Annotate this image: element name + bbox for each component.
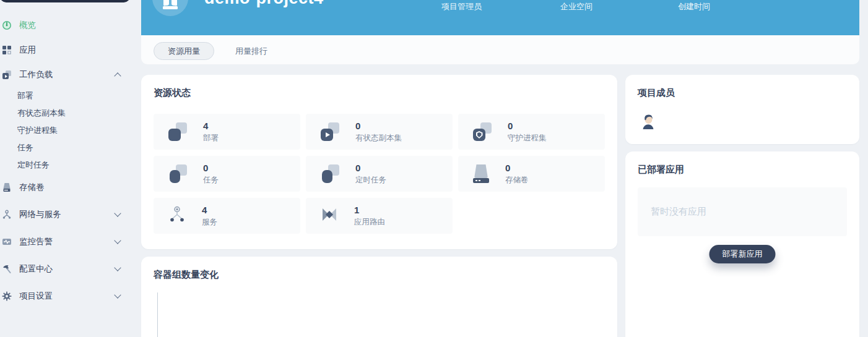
job-icon (168, 164, 187, 183)
stat-label: 存储卷 (505, 175, 529, 186)
storage-icon (2, 182, 12, 192)
stat-value: 0 (508, 121, 547, 131)
stat-label: 部署 (203, 133, 219, 143)
sidebar-item-label: 网络与服务 (19, 209, 61, 220)
chevron-down-icon (114, 264, 121, 271)
sidebar-subitem-label: 有状态副本集 (17, 108, 66, 119)
sidebar-item-daemonsets[interactable]: 守护进程集 (0, 122, 141, 139)
pods-chart-card: 容器组数量变化 (141, 257, 617, 337)
sidebar-item-apps[interactable]: 应用 (0, 38, 141, 62)
chevron-down-icon (114, 291, 121, 298)
network-icon (2, 210, 12, 220)
stat-value: 0 (355, 121, 402, 131)
chart-y-axis (157, 292, 158, 337)
page-title: demo-project4 (204, 0, 324, 8)
statefulset-icon (321, 122, 339, 141)
sidebar-item-workloads[interactable]: 工作负载 (0, 62, 141, 87)
stat-value: 0 (203, 163, 219, 173)
stat-label: 应用路由 (354, 217, 385, 228)
resource-status-title: 资源状态 (154, 87, 191, 99)
stat-label: 服务 (202, 217, 217, 228)
resource-stats-grid: 4 部署 0 有状态副本集 0 守护进程集 0 任务 (154, 114, 605, 234)
sidebar-nav: 概览 应用 工作负载 部署 有状态副本集 守护进程集 任务 定时任务 (0, 13, 141, 310)
tab-resource-usage[interactable]: 资源用量 (154, 42, 214, 60)
workspace-label: 企业空间 (560, 1, 592, 12)
deployment-icon (168, 122, 187, 141)
sidebar-item-network[interactable]: 网络与服务 (0, 201, 141, 228)
pods-chart-title: 容器组数量变化 (154, 269, 219, 281)
stat-label: 任务 (203, 175, 219, 186)
chevron-down-icon (114, 237, 121, 244)
stat-value: 4 (203, 121, 219, 131)
creation-time-label: 创建时间 (678, 1, 710, 12)
stat-tile-jobs[interactable]: 0 任务 (154, 156, 300, 192)
stat-value: 1 (354, 205, 385, 215)
project-icon (163, 0, 178, 9)
sidebar-item-label: 配置中心 (19, 263, 53, 275)
workloads-submenu: 部署 有状态副本集 守护进程集 任务 定时任务 (0, 87, 141, 174)
resource-status-card: 资源状态 4 部署 0 有状态副本集 0 守护进程集 (141, 75, 617, 249)
monitoring-icon (2, 237, 12, 247)
stat-label: 定时任务 (355, 175, 386, 186)
sidebar-item-cronjobs[interactable]: 定时任务 (0, 156, 141, 174)
chevron-up-icon (114, 72, 121, 79)
project-admin-label: 项目管理员 (441, 1, 482, 12)
stat-tile-volumes[interactable]: 0 存储卷 (458, 156, 605, 192)
sidebar-subitem-label: 定时任务 (17, 160, 50, 171)
deployed-apps-card: 已部署应用 暂时没有应用 部署新应用 (625, 151, 859, 337)
sidebar-item-label: 项目设置 (19, 291, 53, 302)
sidebar-item-jobs[interactable]: 任务 (0, 139, 141, 156)
project-members-title: 项目成员 (638, 87, 675, 99)
deploy-new-app-button[interactable]: 部署新应用 (710, 245, 776, 263)
sidebar-item-label: 监控告警 (19, 236, 53, 247)
stat-label: 守护进程集 (508, 133, 547, 143)
daemonset-icon (473, 122, 492, 141)
sidebar-subitem-label: 任务 (17, 142, 33, 153)
stat-tile-ingresses[interactable]: 1 应用路由 (306, 198, 453, 234)
tab-bar: 资源用量 用量排行 (141, 35, 859, 64)
stat-tile-cronjobs[interactable]: 0 定时任务 (306, 156, 453, 192)
project-members-card: 项目成员 (625, 75, 859, 144)
stat-tile-services[interactable]: 4 服务 (154, 198, 300, 234)
sidebar-item-monitoring[interactable]: 监控告警 (0, 228, 141, 255)
stat-tile-daemonsets[interactable]: 0 守护进程集 (458, 114, 605, 150)
sidebar-subitem-label: 守护进程集 (17, 125, 58, 136)
member-avatar[interactable] (641, 113, 655, 129)
sidebar-subitem-label: 部署 (17, 90, 33, 101)
ingress-icon (321, 206, 338, 226)
service-icon (168, 205, 186, 226)
workload-icon (2, 70, 12, 80)
project-avatar (152, 0, 188, 16)
stat-value: 4 (202, 205, 217, 215)
stat-value: 0 (505, 163, 529, 173)
stat-label: 有状态副本集 (355, 133, 402, 143)
sidebar-item-configuration[interactable]: 配置中心 (0, 255, 141, 283)
sidebar-item-label: 工作负载 (19, 69, 53, 80)
sidebar-item-volumes[interactable]: 存储卷 (0, 174, 141, 201)
sidebar-item-label: 应用 (19, 45, 36, 56)
deployed-apps-empty-state: 暂时没有应用 (638, 187, 847, 236)
project-banner: demo-project4 项目管理员 企业空间 创建时间 (141, 0, 859, 35)
hammer-icon (2, 264, 12, 274)
chevron-down-icon (114, 210, 121, 216)
sidebar-item-overview[interactable]: 概览 (0, 13, 141, 38)
sidebar-item-deployments[interactable]: 部署 (0, 87, 141, 105)
sidebar-item-label: 存储卷 (19, 182, 45, 193)
tab-usage-ranking[interactable]: 用量排行 (235, 46, 267, 57)
sidebar-item-statefulsets[interactable]: 有状态副本集 (0, 105, 141, 122)
stat-tile-statefulsets[interactable]: 0 有状态副本集 (306, 114, 453, 150)
stat-value: 0 (355, 163, 386, 173)
gauge-icon (2, 20, 12, 30)
apps-icon (2, 45, 12, 55)
sidebar-item-project-settings[interactable]: 项目设置 (0, 283, 141, 310)
project-selector-bar[interactable] (0, 0, 130, 2)
sidebar-item-label: 概览 (19, 20, 36, 31)
cronjob-icon (321, 164, 339, 183)
volume-icon (473, 164, 489, 183)
gear-icon (2, 291, 12, 301)
sidebar: 概览 应用 工作负载 部署 有状态副本集 守护进程集 任务 定时任务 (0, 0, 141, 337)
stat-tile-deployments[interactable]: 4 部署 (154, 114, 300, 150)
deployed-apps-title: 已部署应用 (638, 164, 684, 176)
